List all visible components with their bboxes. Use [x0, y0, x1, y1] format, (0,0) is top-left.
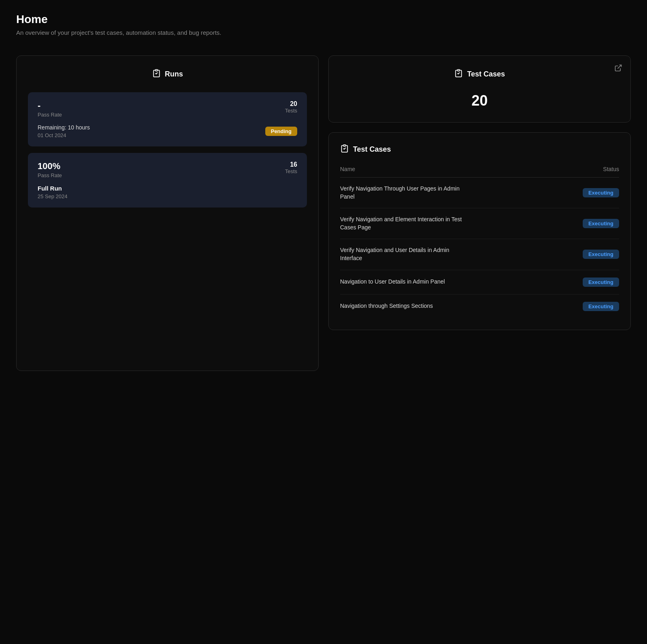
run-card-2-top: 100% Pass Rate 16 Tests: [38, 161, 297, 178]
run-card-2-pass-rate-value: 100%: [38, 161, 62, 172]
table-row: Navigation to User Details in Admin Pane…: [340, 270, 619, 294]
test-cases-list-title: Test Cases: [353, 145, 391, 154]
run-card-2-date: 25 Sep 2024: [38, 193, 68, 199]
test-case-name-2: Verify Navigation and User Details in Ad…: [340, 246, 469, 262]
test-cases-list-header: Test Cases: [340, 144, 619, 155]
test-case-status-1: Executing: [583, 219, 619, 228]
run-card-1-left: - Pass Rate: [38, 100, 62, 118]
test-cases-count: 20: [340, 92, 619, 109]
svg-rect-2: [457, 70, 460, 71]
test-cases-rows: Verify Navigation Through User Pages in …: [340, 178, 619, 318]
run-card-2-info: Full Run 25 Sep 2024: [38, 185, 68, 199]
test-case-name-4: Navigation through Settings Sections: [340, 302, 433, 310]
test-cases-summary-title: Test Cases: [467, 70, 505, 78]
run-card-1-status-badge: Pending: [265, 127, 297, 136]
column-status-header: Status: [579, 166, 619, 172]
right-column: Test Cases 20 Test Cases: [328, 55, 631, 330]
run-card-1-right: 20 Tests: [285, 100, 297, 114]
page-title: Home: [16, 13, 631, 26]
runs-panel-header: Runs: [28, 69, 307, 79]
run-card-2-pass-rate-label: Pass Rate: [38, 172, 62, 178]
run-card-1-info: Remaining: 10 hours 01 Oct 2024: [38, 124, 90, 138]
test-case-name-0: Verify Navigation Through User Pages in …: [340, 185, 469, 201]
test-case-status-3: Executing: [583, 278, 619, 287]
page-subtitle: An overview of your project's test cases…: [16, 29, 631, 36]
run-card-1-date: 01 Oct 2024: [38, 132, 90, 138]
run-card-2-left: 100% Pass Rate: [38, 161, 62, 178]
svg-line-1: [617, 65, 621, 69]
run-card-1-top: - Pass Rate 20 Tests: [38, 100, 297, 118]
external-link-icon[interactable]: [614, 64, 622, 74]
column-name-header: Name: [340, 166, 355, 172]
svg-rect-0: [155, 70, 158, 71]
test-case-status-2: Executing: [583, 250, 619, 259]
test-cases-summary-header: Test Cases: [340, 69, 619, 79]
run-card-2-tests-value: 16: [285, 161, 297, 168]
run-card-1-tests-value: 20: [285, 100, 297, 108]
run-card-2: 100% Pass Rate 16 Tests Full Run 25 Sep …: [28, 153, 307, 208]
test-cases-list-clipboard-icon: [340, 144, 349, 155]
test-case-status-4: Executing: [583, 302, 619, 311]
test-case-name-1: Verify Navigation and Element Interactio…: [340, 216, 469, 231]
table-header: Name Status: [340, 166, 619, 178]
test-case-name-3: Navigation to User Details in Admin Pane…: [340, 278, 445, 286]
run-card-2-bottom: Full Run 25 Sep 2024: [38, 185, 297, 199]
run-card-1-pass-rate-label: Pass Rate: [38, 112, 62, 118]
runs-panel: Runs - Pass Rate 20 Tests Remaining:: [16, 55, 319, 371]
page-container: Home An overview of your project's test …: [0, 0, 647, 384]
runs-panel-title: Runs: [165, 70, 183, 78]
run-card-2-tests-label: Tests: [285, 168, 297, 174]
run-card-2-right: 16 Tests: [285, 161, 297, 174]
table-row: Navigation through Settings Sections Exe…: [340, 294, 619, 318]
test-cases-list-panel: Test Cases Name Status Verify Navigation…: [328, 132, 631, 330]
test-case-status-0: Executing: [583, 188, 619, 197]
test-cases-summary-clipboard-icon: [454, 69, 463, 79]
test-cases-summary-panel: Test Cases 20: [328, 55, 631, 123]
run-card-1-remaining: Remaining: 10 hours: [38, 124, 90, 131]
table-row: Verify Navigation and Element Interactio…: [340, 208, 619, 239]
run-card-2-name: Full Run: [38, 185, 68, 192]
run-card-1-pass-rate-value: -: [38, 100, 62, 111]
main-grid: Runs - Pass Rate 20 Tests Remaining:: [16, 55, 631, 371]
runs-clipboard-icon: [152, 69, 161, 79]
svg-rect-3: [343, 145, 346, 146]
table-row: Verify Navigation Through User Pages in …: [340, 178, 619, 208]
run-card-1-bottom: Remaining: 10 hours 01 Oct 2024 Pending: [38, 124, 297, 138]
table-row: Verify Navigation and User Details in Ad…: [340, 239, 619, 270]
run-card-1: - Pass Rate 20 Tests Remaining: 10 hours…: [28, 92, 307, 146]
run-card-1-tests-label: Tests: [285, 108, 297, 114]
